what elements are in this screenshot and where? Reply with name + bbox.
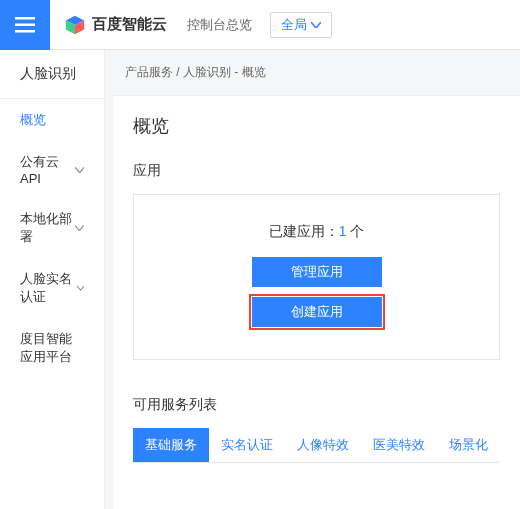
service-tab-0[interactable]: 基础服务 [133,428,209,462]
sidebar-item-label: 概览 [20,111,46,129]
sidebar-item-2[interactable]: 本地化部署 [0,198,104,258]
sidebar-item-3[interactable]: 人脸实名认证 [0,258,104,318]
brand-area: 百度智能云 [50,14,181,36]
service-tabs: 基础服务实名认证人像特效医美特效场景化 [133,428,500,463]
sidebar-item-0[interactable]: 概览 [0,99,104,141]
app-count-suffix: 个 [346,223,364,239]
menu-toggle-button[interactable] [0,0,50,50]
service-section-title: 可用服务列表 [133,396,500,414]
service-tab-4[interactable]: 场景化 [437,428,500,462]
chevron-down-icon [311,22,321,28]
app-section-title: 应用 [133,162,500,180]
sidebar-item-label: 公有云API [20,153,75,186]
sidebar: 人脸识别 概览公有云API本地化部署人脸实名认证度目智能应用平台 [0,50,105,509]
sidebar-item-label: 人脸实名认证 [20,270,77,306]
sidebar-title: 人脸识别 [0,50,104,99]
app-count-line: 已建应用：1 个 [154,223,479,241]
svg-rect-1 [15,23,35,26]
global-scope-label: 全局 [281,16,307,34]
svg-rect-0 [15,17,35,20]
sidebar-item-4[interactable]: 度目智能应用平台 [0,318,104,378]
service-tab-2[interactable]: 人像特效 [285,428,361,462]
chevron-down-icon [77,285,84,291]
console-label[interactable]: 控制台总览 [187,16,252,34]
create-app-button[interactable]: 创建应用 [252,297,382,327]
global-scope-select[interactable]: 全局 [270,12,332,38]
chevron-down-icon [75,167,84,173]
page-title: 概览 [133,114,500,138]
sidebar-item-label: 度目智能应用平台 [20,330,84,366]
hamburger-icon [15,17,35,33]
sidebar-item-1[interactable]: 公有云API [0,141,104,198]
logo-icon [64,14,86,36]
service-tab-3[interactable]: 医美特效 [361,428,437,462]
brand-name: 百度智能云 [92,15,167,34]
manage-app-button[interactable]: 管理应用 [252,257,382,287]
app-card: 已建应用：1 个 管理应用 创建应用 [133,194,500,360]
svg-rect-2 [15,30,35,33]
sidebar-item-label: 本地化部署 [20,210,75,246]
main-content: 产品服务 / 人脸识别 - 概览 概览 应用 已建应用：1 个 管理应用 创建应… [105,50,520,509]
app-count-prefix: 已建应用： [269,223,339,239]
breadcrumb: 产品服务 / 人脸识别 - 概览 [105,50,520,95]
chevron-down-icon [75,225,84,231]
service-tab-1[interactable]: 实名认证 [209,428,285,462]
